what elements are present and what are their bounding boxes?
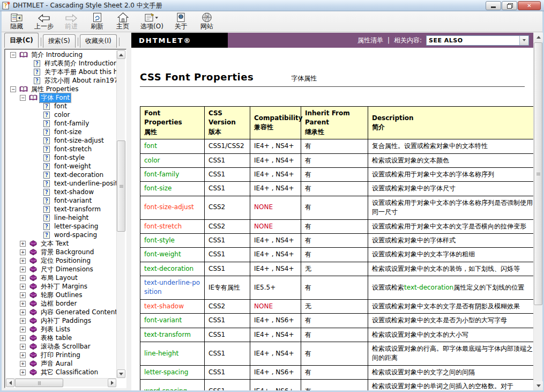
tree-item[interactable]: ?font-size-adjust	[6, 136, 116, 145]
tree-item[interactable]: ?line-height	[6, 213, 116, 222]
expand-icon[interactable]: +	[20, 369, 26, 375]
tree-item[interactable]: +尺寸 Dimensions	[6, 265, 116, 273]
tree-item[interactable]: −字体 Font	[6, 93, 116, 102]
property-name-cell[interactable]: font-variant	[140, 314, 205, 328]
toolbar-button-7[interactable]: 关于	[169, 12, 193, 31]
collapse-icon[interactable]: −	[10, 52, 16, 58]
toolbar-button-4[interactable]: 刷新	[85, 12, 109, 31]
expand-icon[interactable]: +	[20, 335, 26, 341]
tree-item[interactable]: ?text-decoration	[6, 171, 116, 179]
tree-item[interactable]: +声音 Aural	[6, 359, 116, 368]
tree-item[interactable]: ?font-family	[6, 119, 116, 128]
tree-item-label[interactable]: word-spacing	[53, 231, 98, 239]
tree-item-label[interactable]: font-stretch	[53, 145, 93, 153]
tree-item-label[interactable]: text-decoration	[53, 171, 105, 179]
tree-item[interactable]: ?关于本手册 About this handb	[6, 68, 116, 76]
property-name-cell[interactable]: font-weight	[140, 248, 205, 262]
tree-item-label[interactable]: 轮廓 Outlines	[40, 291, 83, 300]
tree-item[interactable]: +表格 table	[6, 334, 116, 342]
property-name-cell[interactable]: font-style	[140, 233, 205, 247]
property-name-cell[interactable]: line-height	[140, 342, 205, 366]
content-scroll-up-button[interactable]	[534, 33, 543, 42]
tree-item[interactable]: +其它 Classification	[6, 368, 116, 376]
tree-item-label[interactable]: font-size	[53, 128, 83, 136]
property-name-cell[interactable]: text-underline-position	[140, 276, 205, 300]
tree-vertical-scrollbar[interactable]	[116, 50, 125, 378]
tree-item-label[interactable]: 其它 Classification	[40, 368, 99, 377]
tree-item[interactable]: ?font-variant	[6, 196, 116, 205]
expand-icon[interactable]: +	[20, 267, 26, 272]
tree-item[interactable]: ?color	[6, 110, 116, 119]
tree-item[interactable]: ?font-weight	[6, 162, 116, 171]
close-button[interactable]: ✕	[518, 1, 541, 10]
tree-item[interactable]: +背景 Background	[6, 248, 116, 256]
expand-icon[interactable]: +	[20, 249, 26, 255]
tree-item-label[interactable]: 样式表简介 Introduction to C	[43, 59, 116, 68]
expand-icon[interactable]: +	[20, 284, 26, 290]
title-bar[interactable]: ? DHTMLET - Cascading Style Sheet 2.0 中文…	[0, 0, 544, 11]
tree-item-label[interactable]: 关于本手册 About this handb	[43, 68, 116, 77]
tree-item[interactable]: +滚动条 Scrollbar	[6, 342, 116, 351]
content-scroll-down-button[interactable]	[534, 381, 543, 390]
tree-item[interactable]: ?text-transform	[6, 205, 116, 213]
tree-item[interactable]: −属性 Properties	[6, 85, 116, 93]
toolbar-button-8[interactable]: ?网站	[195, 12, 219, 31]
tree-item-label[interactable]: 边框 border	[40, 299, 78, 308]
expand-icon[interactable]: +	[20, 301, 26, 307]
tab-search[interactable]: 搜索(S)	[43, 34, 76, 48]
expand-icon[interactable]: +	[20, 352, 26, 358]
tree-item-label[interactable]: 背景 Background	[40, 248, 95, 257]
tree-item[interactable]: ?font-style	[6, 153, 116, 162]
tree-item-label[interactable]: 外补丁 Margins	[40, 282, 88, 291]
property-name-cell[interactable]: font	[140, 139, 205, 153]
tree-item-label[interactable]: 苏沈小雨 About rain1977	[43, 76, 116, 85]
tree-item-label[interactable]: letter-spacing	[53, 223, 99, 230]
dropdown-button[interactable]	[519, 36, 528, 45]
expand-icon[interactable]: +	[20, 241, 26, 247]
tree-horizontal-scrollbar[interactable]	[6, 378, 116, 387]
tree-item-label[interactable]: 列表 Lists	[40, 325, 71, 334]
tree-item-label[interactable]: 声音 Aural	[40, 359, 73, 368]
expand-icon[interactable]: +	[20, 292, 26, 298]
expand-icon[interactable]: +	[20, 309, 26, 315]
expand-icon[interactable]: +	[20, 327, 26, 332]
tree-item[interactable]: ?word-spacing	[6, 231, 116, 239]
tree-item-label[interactable]: font-family	[53, 120, 90, 127]
toolbar-button-1[interactable]: 隐藏	[5, 12, 28, 31]
tree-item[interactable]: +边框 border	[6, 299, 116, 308]
tree-item-label[interactable]: 表格 table	[40, 334, 73, 343]
tree-item[interactable]: ?text-underline-position	[6, 179, 116, 188]
tree-item-label[interactable]: 文本 Text	[40, 239, 70, 248]
expand-icon[interactable]: +	[20, 258, 26, 264]
tree-item-label[interactable]: 内补丁 Paddings	[40, 316, 92, 326]
tree-item-label[interactable]: font-style	[53, 154, 86, 161]
toolbar-button-5[interactable]: 主页	[111, 12, 135, 31]
tab-contents[interactable]: 目录(C)	[4, 33, 39, 48]
property-name-cell[interactable]: color	[140, 153, 205, 167]
tree-scrollbar-thumb[interactable]	[117, 140, 125, 232]
tree-item-label[interactable]: text-transform	[53, 205, 102, 213]
collapse-icon[interactable]: −	[10, 86, 16, 92]
tree-item[interactable]: ?苏沈小雨 About rain1977	[6, 76, 116, 85]
property-name-cell[interactable]: text-decoration	[140, 262, 205, 276]
toolbar-button-6[interactable]: 选项(O)	[137, 12, 167, 31]
tree-item[interactable]: −简介 Introducing	[6, 50, 116, 59]
property-name-cell[interactable]: font-family	[140, 167, 205, 181]
property-name-cell[interactable]: font-size-adjust	[140, 196, 205, 219]
tree-item[interactable]: +列表 Lists	[6, 325, 116, 334]
tree-item[interactable]: +布局 Layout	[6, 273, 116, 282]
expand-icon[interactable]: +	[20, 361, 26, 367]
tree-item-label[interactable]: 字体 Font	[40, 93, 71, 102]
tree-item-label[interactable]: 定位 Positioning	[40, 256, 92, 265]
property-name-cell[interactable]: word-spacing	[140, 380, 205, 390]
minimize-button[interactable]	[486, 1, 501, 10]
tree-item-label[interactable]: 打印 Printing	[40, 351, 81, 360]
tree-item[interactable]: ?font	[6, 102, 116, 110]
property-name-cell[interactable]: letter-spacing	[140, 365, 205, 379]
tree-item-label[interactable]: 尺寸 Dimensions	[40, 265, 94, 274]
scroll-right-button[interactable]	[108, 379, 116, 387]
tree-item[interactable]: ?text-shadow	[6, 188, 116, 196]
see-also-dropdown[interactable]: SEE ALSO	[426, 35, 529, 46]
banner-list-label[interactable]: 属性清单	[357, 36, 383, 45]
tree-item[interactable]: +文本 Text	[6, 239, 116, 248]
